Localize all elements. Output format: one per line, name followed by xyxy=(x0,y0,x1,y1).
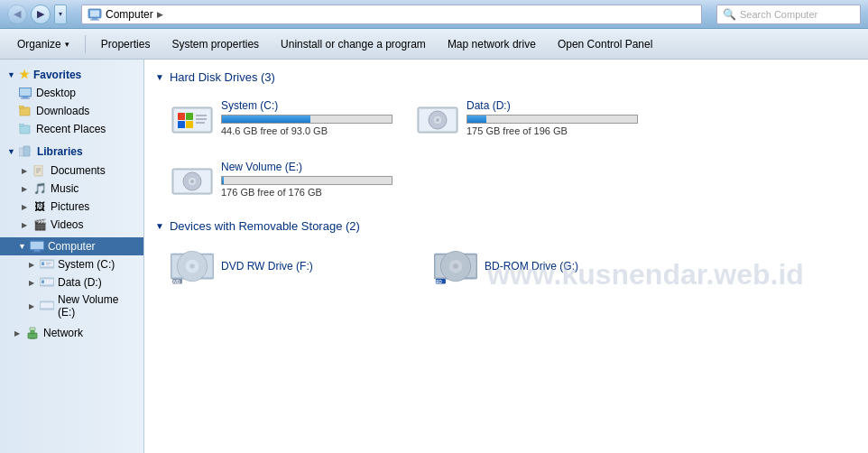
drive-c-info: System (C:) 44.6 GB free of 93.0 GB xyxy=(221,99,392,136)
svg-rect-41 xyxy=(186,113,193,120)
sidebar-item-data-d[interactable]: ▶ Data (D:) xyxy=(0,273,143,291)
drive-d-progress xyxy=(466,115,638,124)
dvd-info: DVD RW Drive (F:) xyxy=(221,260,411,275)
favorites-section: ▼ ★ Favorites Desktop Downloads xyxy=(0,65,143,138)
removable-grid: DVD DVD RW Drive (F:) xyxy=(155,242,857,292)
removable-item-dvd[interactable]: DVD DVD RW Drive (F:) xyxy=(164,242,417,292)
downloads-icon xyxy=(18,104,32,118)
hard-disk-section-title: Hard Disk Drives (3) xyxy=(170,70,275,84)
open-control-panel-button[interactable]: Open Control Panel xyxy=(548,32,662,56)
sidebar-item-computer[interactable]: ▼ Computer xyxy=(0,237,143,255)
history-dropdown[interactable]: ▾ xyxy=(54,5,67,24)
properties-button[interactable]: Properties xyxy=(91,32,161,56)
svg-rect-6 xyxy=(23,97,28,98)
libraries-header[interactable]: ▼ Libraries xyxy=(0,142,143,162)
drive-d-name: Data (D:) xyxy=(466,99,638,112)
computer-label: Computer xyxy=(48,240,96,253)
drive-item-c[interactable]: System (C:) 44.6 GB free of 93.0 GB xyxy=(164,93,399,143)
desktop-label: Desktop xyxy=(36,87,76,99)
drive-c-progress xyxy=(221,115,392,124)
title-bar: ◀ ▶ ▾ Computer ▶ 🔍 Search Computer xyxy=(0,0,868,29)
sidebar-item-videos[interactable]: ▶ 🎬 Videos xyxy=(0,216,143,234)
pictures-icon: 🖼 xyxy=(32,199,47,214)
data-d-label: Data (D:) xyxy=(58,276,102,289)
organize-button[interactable]: Organize ▾ xyxy=(7,32,79,56)
svg-rect-11 xyxy=(20,125,30,134)
forward-button[interactable]: ▶ xyxy=(31,5,51,24)
drive-item-e[interactable]: New Volume (E:) 176 GB free of 176 GB xyxy=(164,154,399,205)
svg-rect-43 xyxy=(186,121,193,128)
system-c-label: System (C:) xyxy=(58,258,115,271)
hard-disk-section-arrow: ▼ xyxy=(155,72,164,82)
drive-e-progress xyxy=(221,176,392,185)
sidebar-item-system-c[interactable]: ▶ System (C:) xyxy=(0,255,143,273)
computer-icon xyxy=(88,7,102,22)
drive-item-d[interactable]: Data (D:) 175 GB free of 196 GB xyxy=(410,93,644,143)
address-bar[interactable]: Computer ▶ xyxy=(81,5,702,24)
music-icon: 🎵 xyxy=(32,181,47,196)
documents-icon xyxy=(32,163,47,178)
libraries-label: Libraries xyxy=(37,145,83,158)
removable-section-title: Devices with Removable Storage (2) xyxy=(170,219,360,233)
sidebar-item-downloads[interactable]: Downloads xyxy=(0,102,143,120)
hard-disk-section-header: ▼ Hard Disk Drives (3) xyxy=(155,70,857,84)
back-button[interactable]: ◀ xyxy=(7,5,27,24)
bd-icon: BD xyxy=(434,248,477,286)
svg-rect-2 xyxy=(92,18,97,20)
svg-rect-32 xyxy=(41,303,53,309)
system-properties-button[interactable]: System properties xyxy=(162,32,269,56)
address-arrow: ▶ xyxy=(157,10,163,19)
removable-item-bd[interactable]: BD BD-ROM Drive (G:) xyxy=(428,242,680,292)
svg-rect-46 xyxy=(196,122,205,124)
dvd-icon: DVD xyxy=(171,248,214,286)
sidebar-item-recent-places[interactable]: Recent Places xyxy=(0,120,143,138)
libraries-icon xyxy=(19,144,33,159)
bd-info: BD-ROM Drive (G:) xyxy=(485,260,674,275)
uninstall-button[interactable]: Uninstall or change a program xyxy=(271,32,436,56)
drive-e-name: New Volume (E:) xyxy=(221,161,392,173)
search-icon: 🔍 xyxy=(723,8,736,21)
recent-places-icon xyxy=(18,122,32,136)
map-network-button[interactable]: Map network drive xyxy=(438,32,546,56)
drive-d-icon xyxy=(416,99,459,137)
svg-rect-44 xyxy=(196,115,207,116)
main-layout: ▼ ★ Favorites Desktop Downloads xyxy=(0,60,868,453)
svg-rect-20 xyxy=(31,242,43,249)
sidebar: ▼ ★ Favorites Desktop Downloads xyxy=(0,60,144,453)
drive-d-space: 175 GB free of 196 GB xyxy=(466,125,638,136)
documents-label: Documents xyxy=(51,164,106,177)
network-icon xyxy=(25,326,40,340)
svg-rect-9 xyxy=(19,106,23,108)
data-d-icon xyxy=(40,275,54,290)
drive-e-fill xyxy=(222,177,224,184)
svg-rect-14 xyxy=(23,146,30,156)
svg-rect-5 xyxy=(20,88,31,96)
toolbar-separator-1 xyxy=(85,35,86,53)
sidebar-item-network[interactable]: ▶ Network xyxy=(0,324,143,342)
content-area: www.kusnendar.web.id ▼ Hard Disk Drives … xyxy=(144,60,868,453)
svg-text:BD: BD xyxy=(436,280,442,284)
sidebar-item-music[interactable]: ▶ 🎵 Music xyxy=(0,180,143,198)
sidebar-item-desktop[interactable]: Desktop xyxy=(0,84,143,102)
sidebar-item-documents[interactable]: ▶ Documents xyxy=(0,162,143,180)
sidebar-item-pictures[interactable]: ▶ 🖼 Pictures xyxy=(0,198,143,216)
svg-text:DVD: DVD xyxy=(171,280,180,284)
svg-rect-21 xyxy=(34,250,40,252)
new-volume-expand-icon: ▶ xyxy=(29,302,34,310)
videos-icon: 🎬 xyxy=(32,217,47,232)
favorites-collapse-icon: ▼ xyxy=(7,70,15,79)
drive-d-fill xyxy=(467,116,486,123)
drive-c-icon xyxy=(171,99,214,137)
system-c-expand-icon: ▶ xyxy=(29,261,34,269)
drive-c-fill xyxy=(222,116,310,123)
computer-sidebar-icon xyxy=(30,239,44,254)
sidebar-item-new-volume[interactable]: ▶ New Volume (E:) xyxy=(0,291,143,320)
svg-rect-25 xyxy=(42,263,44,266)
favorites-star-icon: ★ xyxy=(19,68,30,81)
favorites-header[interactable]: ▼ ★ Favorites xyxy=(0,65,143,84)
svg-rect-30 xyxy=(42,281,44,284)
svg-point-61 xyxy=(189,263,195,269)
svg-rect-35 xyxy=(30,328,35,330)
computer-section: ▼ Computer ▶ System (C:) ▶ Data (D:) xyxy=(0,237,143,320)
removable-section-header: ▼ Devices with Removable Storage (2) xyxy=(155,219,857,233)
